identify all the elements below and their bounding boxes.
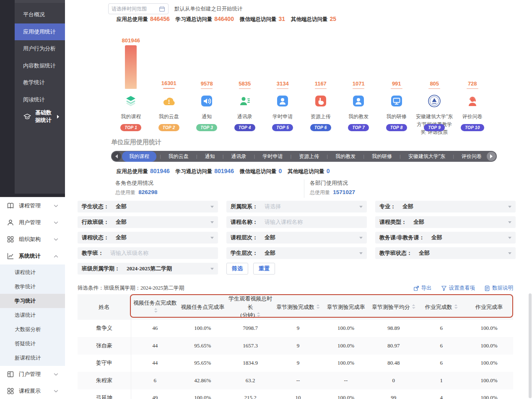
- filter-value: 全部: [265, 249, 275, 257]
- sidebar-item-base-data-statistics[interactable]: 基础数据统计: [15, 108, 65, 125]
- sidebar-submenu-item[interactable]: 大数据分析: [0, 322, 65, 337]
- column-header[interactable]: 学生观看视频总时长(分钟): [226, 294, 274, 320]
- filter-placeholder: 请输入课程名称: [265, 218, 303, 226]
- sidebar-submenu-item[interactable]: 教学统计: [0, 280, 65, 294]
- data-cell: 1: [418, 372, 465, 389]
- column-header-label: 学生观看视频总时长: [227, 295, 274, 311]
- sidebar-dark-item[interactable]: 用户行为分析: [15, 40, 65, 57]
- students-learning-table: 姓名视频任务点完成数视频任务点完成率学生观看视频总时长(分钟)章节测验完成数章节…: [78, 294, 513, 399]
- chevron-down-icon: [54, 238, 58, 241]
- filter-select[interactable]: 课程类型：全部: [375, 216, 516, 228]
- filter-select[interactable]: 课程层次：全部: [226, 232, 367, 244]
- column-header-label: 章节测验平均分: [372, 304, 410, 310]
- sidebar-menu-label: 门户管理: [19, 370, 41, 378]
- tabbar-prev-button[interactable]: [112, 152, 121, 161]
- settings-view-link[interactable]: 设置查看项: [441, 285, 475, 292]
- app-tab[interactable]: 我的云盘: [164, 151, 193, 162]
- top-rank-badge: TOP 6: [310, 124, 331, 131]
- sidebar-dark-item[interactable]: 平台概况: [15, 6, 65, 23]
- filter-cell: 课程层次：全部: [226, 232, 367, 244]
- app-tab[interactable]: 我的研修: [368, 151, 396, 162]
- bar-value-label: 728: [468, 80, 477, 87]
- bar-value-label: 9578: [201, 80, 213, 87]
- sidebar-dark-item[interactable]: 阅读统计: [15, 91, 65, 109]
- app-tab[interactable]: 我的课程: [122, 151, 156, 162]
- scrollbar-thumb[interactable]: [529, 293, 532, 398]
- filter-select[interactable]: 学生层次：全部: [226, 247, 367, 259]
- reset-button[interactable]: 重置: [253, 263, 275, 275]
- app-tab[interactable]: 我的教发: [331, 151, 360, 162]
- data-cell: 9: [274, 337, 322, 355]
- sidebar-menu-item[interactable]: 用户管理: [0, 214, 65, 231]
- sidebar-menu-item[interactable]: 系统统计: [0, 248, 65, 264]
- column-header[interactable]: 章节测验完成数: [274, 294, 322, 320]
- filter-select[interactable]: 专业：全部: [375, 201, 516, 212]
- filter-select[interactable]: 教务课/非教务课：全部: [375, 232, 516, 244]
- filter-cell: 班级所属学期：2024-2025第二学期: [78, 263, 218, 275]
- data-cell: 98.89: [370, 320, 418, 337]
- sidebar-dark-menu: 平台概况应用使用统计用户行为分析内容数据统计教学统计阅读统计基础数据统计: [15, 3, 65, 194]
- filter-value: 2024-2025第二学期: [127, 265, 172, 272]
- sidebar-submenu-item[interactable]: 新课程统计: [0, 351, 65, 365]
- sidebar-submenu-item[interactable]: 答疑统计: [0, 337, 65, 351]
- app-tab[interactable]: 通知: [201, 151, 219, 162]
- org-icon: [7, 236, 14, 243]
- sidebar-dark-item[interactable]: 内容数据统计: [15, 57, 65, 75]
- app-tab[interactable]: 通讯录: [227, 151, 251, 162]
- top-rank-badge: TOP 5: [272, 124, 293, 131]
- total-usage-value: 1571027: [333, 189, 355, 195]
- submenu-arrow-icon: [57, 115, 59, 119]
- filter-select[interactable]: 班级所属学期：2024-2025第二学期: [78, 263, 218, 275]
- bar: [391, 88, 402, 89]
- filter-value: 全部: [116, 218, 127, 226]
- date-range-input[interactable]: 请选择时间范围: [108, 3, 169, 14]
- filter-input[interactable]: 教学班：请输入班级名称: [78, 247, 218, 259]
- tab-separator: |: [254, 154, 255, 159]
- tab-separator: |: [453, 154, 454, 159]
- data-cell: 100.0%: [465, 389, 513, 399]
- sidebar-menu-item[interactable]: 门户管理: [0, 366, 65, 383]
- column-header[interactable]: 视频任务点完成数: [131, 294, 179, 320]
- sidebar-menu-item[interactable]: 课程展示: [0, 383, 65, 399]
- section-title: 单位应用使用统计: [111, 138, 161, 146]
- data-cell: 80.48: [370, 355, 418, 372]
- chart-app-column: 728评价问卷TOP 10: [454, 37, 492, 131]
- filter-select[interactable]: 学生状态：全部: [78, 201, 218, 212]
- column-header[interactable]: 作业完成数: [418, 294, 465, 320]
- filter-label: 课程状态：: [82, 234, 109, 241]
- sidebar-menu-item[interactable]: 课程管理: [0, 197, 65, 214]
- page-scrollbar[interactable]: [529, 0, 532, 399]
- chevron-down-icon: [54, 221, 58, 224]
- column-header[interactable]: 章节测验平均分: [370, 294, 418, 320]
- data-note-link[interactable]: 数据说明: [484, 285, 513, 292]
- sidebar-submenu-item[interactable]: 选课统计: [0, 308, 65, 322]
- filter-select[interactable]: 课程状态：全部: [78, 232, 218, 244]
- display-icon: [7, 387, 14, 395]
- sidebar-submenu-item[interactable]: 学习统计: [0, 294, 65, 308]
- tabbar-next-button[interactable]: [487, 152, 496, 161]
- bar-value-label: 3134: [277, 80, 289, 87]
- column-header-label: 视频任务点完成率: [181, 304, 224, 310]
- app-tab[interactable]: 学时申请: [258, 151, 287, 162]
- app-tab[interactable]: 安徽建筑大学"东: [404, 151, 449, 162]
- sidebar-dark-item[interactable]: 应用使用统计: [15, 23, 65, 41]
- export-link[interactable]: 导出: [413, 285, 432, 292]
- app-tab[interactable]: 评价问卷: [457, 151, 486, 162]
- data-cell: 100.0%: [322, 389, 370, 399]
- filter-select[interactable]: 行政班级：全部: [78, 216, 218, 228]
- filter-select[interactable]: 教学班状态：全部: [375, 247, 516, 259]
- filter-button[interactable]: 筛选: [226, 263, 248, 275]
- top-rank-badge: TOP 9: [424, 124, 445, 131]
- filter-label: 教务课/非教务课：: [379, 234, 425, 241]
- dropdown-caret-icon: [210, 206, 214, 208]
- filter-input[interactable]: 课程名称：请输入课程名称: [226, 216, 367, 228]
- sidebar-white-menu: 课程管理用户管理组织架构系统统计课程统计教学统计学习统计选课统计大数据分析答疑统…: [0, 197, 65, 399]
- sidebar-menu-item[interactable]: 组织架构: [0, 231, 65, 248]
- sidebar-submenu-item[interactable]: 课程统计: [0, 265, 65, 280]
- dropdown-caret-icon: [359, 252, 363, 254]
- filter-select[interactable]: 所属院系：请选择: [226, 201, 367, 212]
- sidebar-dark-item[interactable]: 教学统计: [15, 74, 65, 91]
- bar: [201, 88, 213, 89]
- filter-label: 行政班级：: [82, 218, 109, 226]
- app-tab[interactable]: 资源上传: [295, 151, 323, 162]
